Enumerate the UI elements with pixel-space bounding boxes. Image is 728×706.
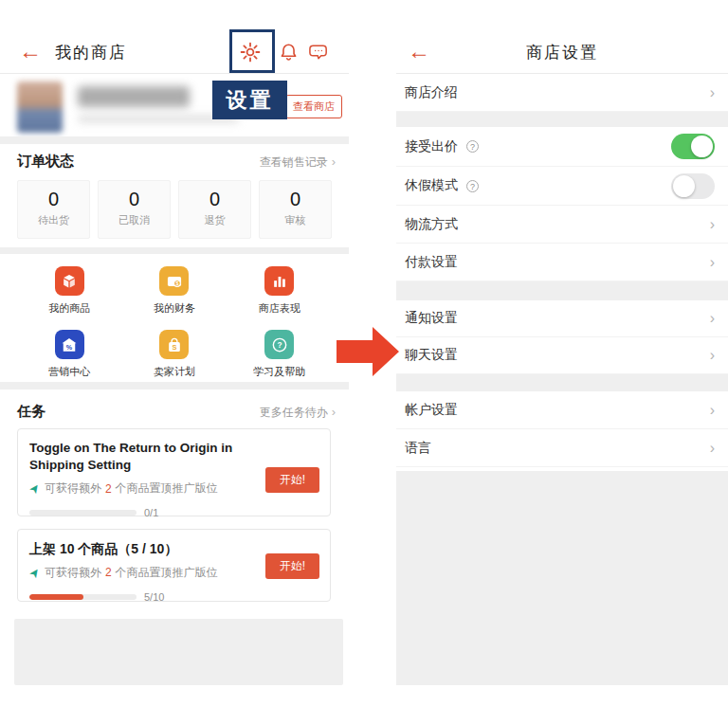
shop-settings-screen: ← 商店设置 商店介绍 › 接受出价 ? 休假模式 ? 物流方式 › 付款设置 … bbox=[396, 0, 728, 706]
placeholder-block bbox=[396, 471, 728, 685]
tasks-header: 任务 更多任务待办› bbox=[0, 403, 349, 425]
row-label: 聊天设置 bbox=[405, 347, 458, 364]
performance-icon bbox=[264, 266, 294, 296]
settings-row-vacation-mode[interactable]: 休假模式 ? bbox=[396, 167, 728, 206]
right-header: ← 商店设置 bbox=[396, 28, 728, 74]
menu-seller-plan[interactable]: S 卖家计划 bbox=[122, 330, 228, 379]
settings-list: 商店介绍 › 接受出价 ? 休假模式 ? 物流方式 › 付款设置 › 通知设置 … bbox=[396, 74, 728, 467]
more-tasks-link[interactable]: 更多任务待办› bbox=[260, 405, 336, 421]
accept-offers-toggle[interactable] bbox=[671, 134, 715, 159]
section-divider bbox=[396, 112, 728, 127]
chevron-right-icon: › bbox=[710, 254, 715, 271]
menu-label: 营销中心 bbox=[48, 365, 90, 379]
stat-to-ship[interactable]: 0 待出货 bbox=[17, 180, 90, 239]
task-title: Toggle on The Return to Origin in Shippi… bbox=[29, 440, 257, 474]
menu-my-finance[interactable]: $ 我的财务 bbox=[122, 266, 228, 316]
toggle-knob bbox=[673, 175, 695, 197]
section-divider bbox=[0, 247, 349, 254]
gear-highlight-box bbox=[229, 29, 275, 73]
settings-tooltip: 设置 bbox=[212, 81, 287, 119]
chevron-right-icon: › bbox=[710, 402, 715, 419]
left-header: ← 我的商店 bbox=[0, 28, 349, 74]
section-divider bbox=[396, 374, 728, 391]
sprout-icon: ➤ bbox=[26, 480, 44, 498]
row-label: 接受出价 bbox=[405, 138, 458, 155]
stat-count: 0 bbox=[260, 189, 331, 210]
task-progress: 0/1 bbox=[29, 507, 318, 518]
svg-text:%: % bbox=[66, 344, 73, 352]
progress-track bbox=[29, 594, 136, 600]
back-icon[interactable]: ← bbox=[19, 38, 42, 64]
view-shop-button[interactable]: 查看商店 bbox=[285, 95, 342, 118]
stat-label: 退货 bbox=[179, 213, 250, 227]
stat-returns[interactable]: 0 退货 bbox=[178, 180, 251, 239]
reward-count: 2 bbox=[105, 566, 112, 579]
progress-label: 0/1 bbox=[144, 507, 158, 518]
marketing-icon: % bbox=[55, 330, 84, 359]
chevron-right-icon: › bbox=[332, 405, 336, 419]
tasks-title: 任务 bbox=[17, 403, 46, 421]
reward-prefix: 可获得额外 bbox=[45, 565, 101, 581]
reward-prefix: 可获得额外 bbox=[45, 480, 101, 497]
stat-count: 0 bbox=[18, 189, 89, 210]
settings-row-payment[interactable]: 付款设置 › bbox=[396, 244, 728, 281]
order-status-header: 订单状态 查看销售记录› bbox=[0, 153, 349, 175]
settings-row-account[interactable]: 帐户设置 › bbox=[396, 391, 728, 429]
learn-help-icon: ? bbox=[264, 330, 294, 359]
chevron-right-icon: › bbox=[710, 216, 715, 233]
sales-history-link[interactable]: 查看销售记录› bbox=[260, 154, 336, 171]
section-divider bbox=[0, 136, 349, 144]
row-label: 付款设置 bbox=[405, 254, 458, 271]
settings-row-accept-offers[interactable]: 接受出价 ? bbox=[396, 127, 728, 167]
start-button[interactable]: 开始! bbox=[265, 553, 319, 579]
stat-count: 0 bbox=[179, 189, 250, 210]
task-card-return-to-origin[interactable]: Toggle on The Return to Origin in Shippi… bbox=[17, 428, 331, 516]
start-button[interactable]: 开始! bbox=[265, 467, 319, 493]
settings-row-chat[interactable]: 聊天设置 › bbox=[396, 337, 728, 374]
more-tasks-label: 更多任务待办 bbox=[260, 406, 328, 419]
placeholder-block bbox=[14, 619, 343, 685]
menu-my-products[interactable]: 我的商品 bbox=[17, 266, 122, 316]
vacation-mode-toggle[interactable] bbox=[671, 173, 715, 199]
stat-label: 待出货 bbox=[18, 213, 89, 227]
settings-row-language[interactable]: 语言 › bbox=[396, 429, 728, 467]
avatar bbox=[17, 81, 63, 133]
settings-row-notifications[interactable]: 通知设置 › bbox=[396, 300, 728, 337]
row-label: 通知设置 bbox=[405, 310, 458, 327]
section-divider bbox=[396, 281, 728, 300]
order-status-title: 订单状态 bbox=[17, 153, 74, 171]
products-icon bbox=[55, 266, 84, 296]
svg-text:$: $ bbox=[175, 281, 178, 286]
row-label: 物流方式 bbox=[405, 216, 458, 233]
page-title: 商店设置 bbox=[396, 42, 728, 63]
progress-label: 5/10 bbox=[144, 591, 164, 603]
settings-row-shipping[interactable]: 物流方式 › bbox=[396, 206, 728, 244]
menu-learn-help[interactable]: ? 学习及帮助 bbox=[227, 330, 332, 379]
stat-review[interactable]: 0 审核 bbox=[259, 180, 332, 239]
page-title: 我的商店 bbox=[55, 42, 127, 63]
shop-name-blurred bbox=[78, 86, 190, 107]
menu-shop-performance[interactable]: 商店表现 bbox=[227, 266, 332, 316]
row-label: 商店介绍 bbox=[405, 84, 458, 101]
notifications-bell-icon[interactable] bbox=[278, 41, 300, 63]
sales-history-label: 查看销售记录 bbox=[260, 155, 328, 169]
menu-marketing-centre[interactable]: % 营销中心 bbox=[17, 330, 122, 379]
svg-text:S: S bbox=[172, 342, 176, 351]
section-divider bbox=[0, 382, 349, 389]
chat-bubble-icon[interactable] bbox=[308, 41, 331, 63]
order-status-cards: 0 待出货 0 已取消 0 退货 0 审核 bbox=[17, 180, 332, 239]
menu-label: 学习及帮助 bbox=[253, 365, 305, 379]
chevron-right-icon: › bbox=[710, 310, 715, 327]
stat-cancelled[interactable]: 0 已取消 bbox=[98, 180, 171, 239]
seller-plan-icon: S bbox=[159, 330, 189, 359]
stat-label: 审核 bbox=[260, 213, 331, 227]
task-card-list-products[interactable]: 上架 10 个商品（5 / 10） ➤ 可获得额外 2 个商品置顶推广版位 开始… bbox=[17, 529, 331, 602]
menu-label: 我的财务 bbox=[154, 301, 195, 316]
shop-profile-card[interactable]: 查看商店 bbox=[0, 75, 349, 136]
menu-label: 我的商品 bbox=[48, 301, 90, 316]
row-label: 帐户设置 bbox=[405, 402, 458, 419]
help-icon[interactable]: ? bbox=[466, 140, 479, 153]
help-icon[interactable]: ? bbox=[466, 180, 479, 192]
chevron-right-icon: › bbox=[710, 347, 715, 364]
settings-row-shop-intro[interactable]: 商店介绍 › bbox=[396, 74, 728, 112]
